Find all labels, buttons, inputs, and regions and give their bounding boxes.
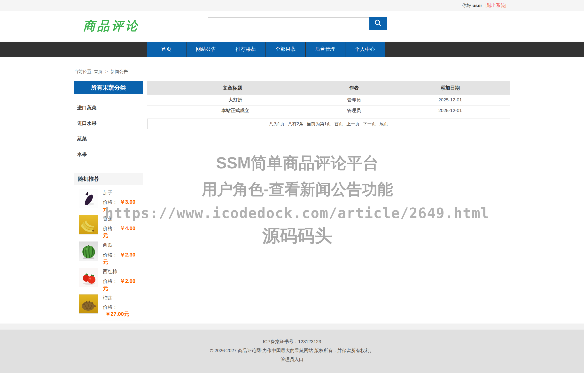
recommend-item: 榴莲 价格：￥27.00元 bbox=[74, 293, 143, 319]
table-row: 大打折 管理员 2025-12-01 bbox=[147, 94, 510, 105]
nav-item-admin[interactable]: 后台管理 bbox=[306, 42, 345, 56]
breadcrumb-home-link[interactable]: 首页 bbox=[94, 69, 103, 74]
nav-item-all[interactable]: 全部果蔬 bbox=[266, 42, 305, 56]
search-icon bbox=[374, 19, 382, 28]
category-item-imported-fruits[interactable]: 进口水果 bbox=[74, 116, 143, 131]
product-name[interactable]: 香蕉 bbox=[103, 216, 138, 222]
news-title-link[interactable]: 大打折 bbox=[147, 94, 318, 105]
nav-item-notices[interactable]: 网站公告 bbox=[186, 42, 226, 56]
news-date: 2025-12-01 bbox=[390, 105, 510, 116]
table-header-row: 文章标题 作者 添加日期 bbox=[147, 81, 510, 94]
news-date: 2025-12-01 bbox=[390, 94, 510, 105]
news-author: 管理员 bbox=[318, 94, 391, 105]
news-title-link[interactable]: 本站正式成立 bbox=[147, 105, 318, 116]
news-table: 文章标题 作者 添加日期 大打折 管理员 2025-12-01 本站正式成立 bbox=[147, 81, 510, 116]
pagination-last-link[interactable]: 尾页 bbox=[380, 122, 388, 126]
pagination-total-pages: 共为1页 bbox=[269, 122, 284, 126]
column-header-title: 文章标题 bbox=[147, 81, 318, 94]
pagination-first-link[interactable]: 首页 bbox=[335, 122, 343, 126]
price-label: 价格： bbox=[103, 226, 118, 231]
search-button[interactable] bbox=[369, 17, 387, 30]
product-name[interactable]: 西瓜 bbox=[103, 242, 138, 248]
category-list: 进口蔬菜 进口水果 蔬菜 水果 bbox=[74, 94, 143, 167]
content-area: 当前位置: 首页 > 新闻公告 所有果蔬分类 进口蔬菜 进口水果 蔬菜 水果 bbox=[0, 56, 584, 324]
recommend-box: 随机推荐 bbox=[74, 173, 143, 321]
breadcrumb-separator: > bbox=[105, 69, 108, 74]
column-header-author: 作者 bbox=[318, 81, 391, 94]
footer-icp: ICP备案证书号：123123123 bbox=[0, 339, 584, 344]
topbar: 你好 user [退出系统] bbox=[0, 0, 584, 11]
main-navbar: 首页 网站公告 推荐果蔬 全部果蔬 后台管理 个人中心 bbox=[0, 42, 584, 56]
search-bar bbox=[208, 18, 387, 30]
product-image-banana[interactable] bbox=[79, 215, 98, 234]
price-label: 价格： bbox=[103, 252, 118, 258]
footer-copyright: © 2026-2027 商品评论网-力作中国最大的果蔬网站 版权所有，并保留所有… bbox=[0, 348, 584, 354]
sidebar: 所有果蔬分类 进口蔬菜 进口水果 蔬菜 水果 随机推荐 bbox=[74, 81, 143, 321]
recommend-item: 茄子 价格：￥3.00元 bbox=[74, 188, 143, 214]
pagination-bar: 共为1页共有2条当前为第1页首页上一页下一页尾页 bbox=[147, 118, 510, 129]
product-image-tomato[interactable] bbox=[79, 268, 98, 287]
greeting-text: 你好 bbox=[462, 3, 471, 8]
price-label: 价格： bbox=[103, 200, 118, 205]
category-item-fruits[interactable]: 水果 bbox=[74, 146, 143, 162]
product-name[interactable]: 茄子 bbox=[103, 189, 138, 196]
footer-admin-link[interactable]: 管理员入口 bbox=[280, 357, 304, 362]
recommend-item: 香蕉 价格：￥4.00元 bbox=[74, 214, 143, 240]
nav-item-recommend[interactable]: 推荐果蔬 bbox=[226, 42, 265, 56]
news-author: 管理员 bbox=[318, 105, 391, 116]
pagination-prev-link[interactable]: 上一页 bbox=[347, 122, 360, 126]
category-title: 所有果蔬分类 bbox=[74, 81, 143, 94]
site-logo: 商品评论 bbox=[83, 18, 140, 34]
product-image-eggplant[interactable] bbox=[79, 189, 98, 208]
pagination-next-link[interactable]: 下一页 bbox=[363, 122, 376, 126]
column-header-date: 添加日期 bbox=[390, 81, 510, 94]
product-price: ￥27.00元 bbox=[105, 311, 129, 317]
price-label: 价格： bbox=[103, 278, 118, 284]
nav-item-profile[interactable]: 个人中心 bbox=[345, 42, 385, 56]
table-row: 本站正式成立 管理员 2025-12-01 bbox=[147, 105, 510, 116]
pagination-total-items: 共有2条 bbox=[288, 122, 303, 126]
breadcrumb: 当前位置: 首页 > 新闻公告 bbox=[74, 69, 510, 74]
recommend-title: 随机推荐 bbox=[74, 173, 143, 185]
product-image-watermelon[interactable] bbox=[79, 242, 98, 261]
header: 商品评论 bbox=[0, 11, 584, 42]
footer: ICP备案证书号：123123123 © 2026-2027 商品评论网-力作中… bbox=[0, 330, 584, 373]
breadcrumb-label: 当前位置: bbox=[74, 69, 93, 74]
product-name[interactable]: 西红柿 bbox=[103, 268, 138, 275]
recommend-item: 西红柿 价格：￥2.00元 bbox=[74, 267, 143, 293]
breadcrumb-current: 新闻公告 bbox=[110, 69, 128, 74]
logout-link[interactable]: [退出系统] bbox=[485, 3, 506, 8]
pagination-current-page: 当前为第1页 bbox=[307, 122, 331, 126]
search-input[interactable] bbox=[208, 18, 369, 29]
category-item-imported-vegetables[interactable]: 进口蔬菜 bbox=[74, 100, 143, 116]
product-image-durian[interactable] bbox=[79, 294, 98, 314]
nav-menu: 首页 网站公告 推荐果蔬 全部果蔬 后台管理 个人中心 bbox=[147, 42, 510, 56]
price-label: 价格： bbox=[103, 304, 118, 310]
product-name[interactable]: 榴莲 bbox=[103, 295, 138, 301]
category-item-vegetables[interactable]: 蔬菜 bbox=[74, 131, 143, 146]
recommend-list: 茄子 价格：￥3.00元 bbox=[74, 185, 143, 320]
news-panel: 文章标题 作者 添加日期 大打折 管理员 2025-12-01 本站正式成立 bbox=[147, 81, 510, 129]
recommend-item: 西瓜 价格：￥2.30元 bbox=[74, 240, 143, 267]
username: user bbox=[473, 3, 482, 8]
nav-item-home[interactable]: 首页 bbox=[147, 42, 186, 56]
category-box: 所有果蔬分类 进口蔬菜 进口水果 蔬菜 水果 bbox=[74, 81, 143, 167]
prefooter-strip bbox=[0, 324, 584, 330]
